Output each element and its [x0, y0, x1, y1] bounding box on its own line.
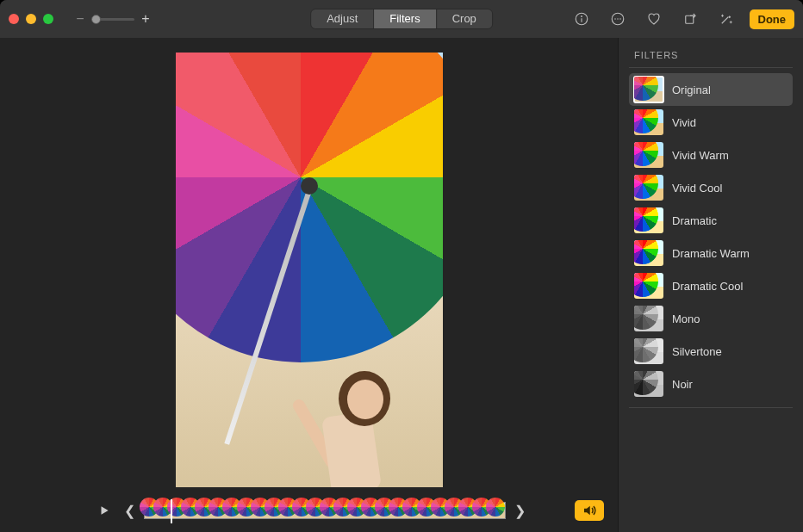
filter-item-dramatic-warm[interactable]: Dramatic Warm [629, 237, 793, 269]
canvas-area: ❮ ❯ [0, 38, 618, 532]
minimize-window-button[interactable] [26, 14, 36, 24]
filter-thumbnail [634, 273, 663, 299]
zoom-out-icon: − [74, 11, 86, 27]
audio-toggle-button[interactable] [575, 500, 604, 521]
svg-point-6 [619, 18, 621, 20]
trim-end-handle[interactable]: ❯ [513, 503, 527, 519]
tab-crop[interactable]: Crop [437, 9, 492, 28]
more-icon[interactable] [605, 9, 631, 29]
filter-item-vivid-cool[interactable]: Vivid Cool [629, 171, 793, 204]
filter-label: Dramatic Warm [672, 247, 750, 260]
window-controls [9, 14, 53, 24]
filmstrip-frame [491, 503, 505, 518]
main-photo[interactable] [176, 53, 443, 487]
tab-filters[interactable]: Filters [374, 9, 435, 28]
close-window-button[interactable] [9, 14, 19, 24]
filter-label: Vivid Warm [672, 149, 729, 162]
filter-item-dramatic[interactable]: Dramatic [629, 204, 793, 237]
auto-enhance-icon[interactable] [713, 9, 739, 29]
playhead[interactable] [171, 499, 172, 523]
filter-thumbnail [634, 306, 663, 331]
photos-edit-window: − + Adjust Filters Crop [0, 0, 803, 532]
filter-item-dramatic-cool[interactable]: Dramatic Cool [629, 269, 793, 302]
filters-sidebar: FILTERS OriginalVividVivid WarmVivid Coo… [618, 38, 803, 532]
titlebar: − + Adjust Filters Crop [0, 0, 803, 38]
filter-label: Mono [672, 312, 700, 325]
video-timeline: ❮ ❯ [0, 498, 618, 532]
toolbar-right: Done [569, 9, 795, 29]
filter-label: Vivid Cool [672, 182, 722, 195]
photo-content [176, 53, 443, 362]
done-button[interactable]: Done [750, 9, 795, 29]
svg-point-2 [581, 16, 582, 17]
zoom-slider[interactable]: − + [74, 11, 152, 27]
svg-rect-7 [685, 15, 693, 23]
edit-mode-tabs: Adjust Filters Crop [310, 9, 493, 29]
filter-item-mono[interactable]: Mono [629, 302, 793, 335]
zoom-in-icon: + [140, 11, 152, 27]
filter-thumbnail [634, 109, 663, 135]
filter-thumbnail [634, 142, 663, 168]
filter-label: Dramatic [672, 214, 717, 227]
filter-thumbnail [634, 240, 663, 266]
filter-item-noir[interactable]: Noir [629, 368, 793, 400]
filmstrip[interactable] [144, 502, 506, 519]
tab-adjust[interactable]: Adjust [311, 9, 373, 28]
play-button[interactable] [93, 501, 115, 520]
filter-item-vivid[interactable]: Vivid [629, 106, 793, 139]
filter-item-silvertone[interactable]: Silvertone [629, 335, 793, 368]
filter-thumbnail [634, 338, 663, 364]
info-icon[interactable] [569, 9, 594, 29]
rotate-icon[interactable] [677, 9, 703, 29]
canvas-viewport [0, 38, 618, 498]
editor-body: ❮ ❯ FILTERS OriginalVividVivid WarmVivid… [0, 38, 803, 532]
filter-item-original[interactable]: Original [629, 73, 793, 106]
fullscreen-window-button[interactable] [43, 14, 53, 24]
filter-label: Noir [672, 378, 693, 391]
filter-label: Original [672, 84, 711, 96]
filter-thumbnail [634, 175, 663, 201]
favorite-icon[interactable] [641, 9, 667, 29]
filter-label: Silvertone [672, 345, 722, 358]
filter-thumbnail [634, 371, 663, 397]
zoom-thumb[interactable] [91, 15, 101, 24]
trim-start-handle[interactable]: ❮ [122, 503, 137, 519]
svg-point-5 [617, 18, 619, 20]
zoom-track[interactable] [91, 18, 134, 21]
filter-thumbnail [634, 207, 663, 233]
filter-thumbnail [634, 77, 663, 102]
sidebar-title: FILTERS [634, 50, 793, 60]
svg-point-4 [614, 18, 616, 20]
filter-label: Vivid [672, 116, 696, 129]
filter-item-vivid-warm[interactable]: Vivid Warm [629, 139, 793, 171]
filter-list: OriginalVividVivid WarmVivid CoolDramati… [629, 73, 793, 400]
filter-label: Dramatic Cool [672, 280, 743, 293]
